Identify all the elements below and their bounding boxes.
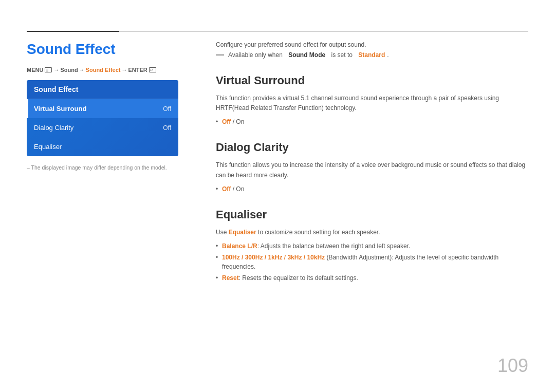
dc-on-label: / On bbox=[231, 185, 244, 193]
balance-desc: : Adjusts the balance between the right … bbox=[257, 242, 411, 250]
menu-label: MENU bbox=[27, 67, 43, 73]
left-panel: Sound Effect MENU → Sound → Sound Effect… bbox=[27, 41, 186, 171]
virtual-surround-label: Virtual Surround bbox=[34, 105, 86, 113]
equaliser-bullets: Balance L/R: Adjusts the balance between… bbox=[216, 241, 528, 283]
dialog-clarity-bullets: Off / On bbox=[216, 184, 528, 194]
available-prefix: Available only when bbox=[228, 51, 283, 59]
equaliser-label: Equaliser bbox=[34, 143, 62, 151]
virtual-surround-section: Virtual Surround This function provides … bbox=[216, 74, 528, 126]
standard-label: Standard bbox=[358, 51, 385, 59]
dialog-clarity-desc: This function allows you to increase the… bbox=[216, 160, 528, 180]
intro-text: Configure your preferred sound effect fo… bbox=[216, 41, 528, 48]
reset-label: Reset bbox=[222, 274, 239, 282]
path-arrow2: → bbox=[79, 67, 85, 73]
menu-item-virtual-surround[interactable]: Virtual Surround Off bbox=[27, 99, 178, 118]
menu-box-header: Sound Effect bbox=[27, 80, 178, 99]
menu-box: Sound Effect Virtual Surround Off Dialog… bbox=[27, 80, 178, 156]
virtual-surround-bullets: Off / On bbox=[216, 117, 528, 126]
path-enter: ENTER bbox=[128, 67, 147, 73]
vs-on-label: / On bbox=[231, 118, 244, 125]
available-middle: is set to bbox=[331, 51, 353, 59]
dialog-clarity-bullet-1: Off / On bbox=[216, 184, 528, 194]
balance-label: Balance L/R bbox=[222, 242, 257, 250]
image-note: – The displayed image may differ dependi… bbox=[27, 164, 186, 171]
vs-off-label: Off bbox=[222, 118, 231, 125]
reset-desc: : Resets the equalizer to its default se… bbox=[239, 274, 358, 282]
equaliser-bullet-bandwidth: 100Hz / 300Hz / 1kHz / 3kHz / 10kHz (Ban… bbox=[216, 253, 528, 271]
top-bar-line bbox=[119, 31, 528, 32]
top-bar bbox=[27, 31, 528, 32]
page-title: Sound Effect bbox=[27, 41, 186, 58]
sound-mode-label: Sound Mode bbox=[288, 51, 325, 59]
equaliser-inline-label: Equaliser bbox=[229, 229, 256, 236]
virtual-surround-desc: This function provides a virtual 5.1 cha… bbox=[216, 94, 528, 113]
virtual-surround-value: Off bbox=[163, 105, 171, 113]
menu-icon bbox=[45, 67, 52, 72]
dialog-clarity-section: Dialog Clarity This function allows you … bbox=[216, 141, 528, 193]
path-arrow1: → bbox=[53, 67, 59, 73]
enter-icon bbox=[149, 67, 156, 72]
dash-icon bbox=[216, 54, 224, 55]
equaliser-desc: Use Equaliser to customize sound setting… bbox=[216, 228, 528, 237]
equaliser-bullet-reset: Reset: Resets the equalizer to its defau… bbox=[216, 273, 528, 283]
top-bar-accent bbox=[27, 31, 119, 32]
dialog-clarity-label: Dialog Clarity bbox=[34, 124, 73, 132]
period: . bbox=[387, 51, 388, 59]
dialog-clarity-value: Off bbox=[163, 124, 171, 132]
virtual-surround-title: Virtual Surround bbox=[216, 74, 528, 87]
dc-off-label: Off bbox=[222, 185, 231, 193]
bandwidth-label: 100Hz / 300Hz / 1kHz / 3kHz / 10kHz bbox=[222, 254, 325, 261]
equaliser-bullet-balance: Balance L/R: Adjusts the balance between… bbox=[216, 241, 528, 251]
dialog-clarity-title: Dialog Clarity bbox=[216, 141, 528, 154]
right-panel: Configure your preferred sound effect fo… bbox=[216, 41, 528, 297]
equaliser-title: Equaliser bbox=[216, 208, 528, 221]
menu-path: MENU → Sound → Sound Effect → ENTER bbox=[27, 67, 186, 73]
equaliser-section: Equaliser Use Equaliser to customize sou… bbox=[216, 208, 528, 283]
path-sound: Sound bbox=[60, 67, 78, 73]
page-number: 109 bbox=[497, 355, 528, 377]
menu-item-dialog-clarity[interactable]: Dialog Clarity Off bbox=[27, 118, 178, 137]
path-arrow3: → bbox=[121, 67, 127, 73]
menu-item-equaliser[interactable]: Equaliser bbox=[27, 137, 178, 156]
virtual-surround-bullet-1: Off / On bbox=[216, 117, 528, 126]
available-note: Available only when Sound Mode is set to… bbox=[216, 51, 528, 59]
path-sound-effect: Sound Effect bbox=[86, 67, 121, 73]
